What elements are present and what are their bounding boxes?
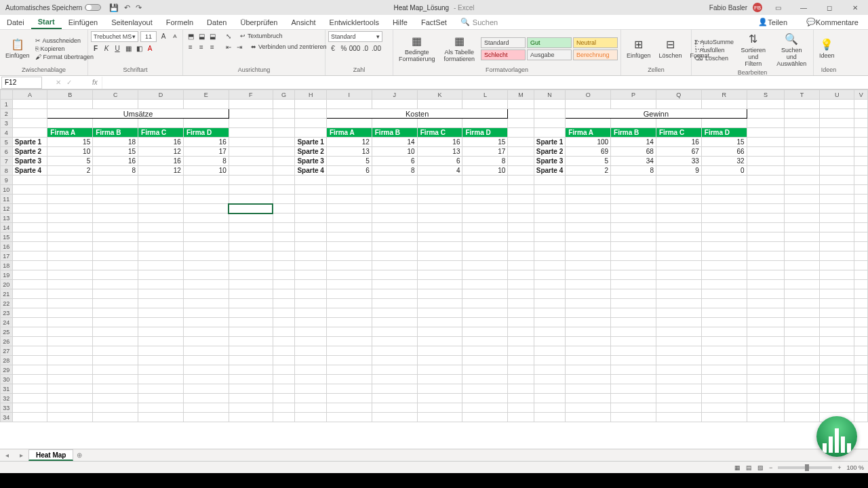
cell[interactable]: [566, 204, 611, 214]
style-gut[interactable]: Gut: [527, 37, 572, 48]
cell[interactable]: [508, 223, 534, 232]
underline-button[interactable]: U: [113, 43, 122, 53]
cell[interactable]: [785, 185, 820, 195]
col-header[interactable]: A: [12, 90, 47, 100]
cell[interactable]: [819, 289, 854, 299]
cell[interactable]: [372, 100, 417, 109]
cell[interactable]: [566, 185, 611, 195]
orientation-icon[interactable]: ⤡: [224, 31, 233, 41]
cell[interactable]: [508, 327, 534, 337]
cell[interactable]: [854, 166, 868, 176]
cell[interactable]: 5: [47, 157, 93, 166]
cell[interactable]: [566, 299, 611, 308]
cell[interactable]: [611, 251, 656, 261]
cell[interactable]: [138, 384, 184, 394]
undo-icon[interactable]: ↶: [124, 3, 130, 12]
cell[interactable]: [747, 176, 784, 185]
percent-icon[interactable]: %: [339, 43, 349, 53]
cell[interactable]: [566, 232, 611, 242]
cell[interactable]: [785, 270, 820, 280]
col-header[interactable]: S: [747, 90, 784, 100]
cell[interactable]: [747, 157, 784, 166]
cell[interactable]: [508, 138, 534, 147]
autosum-button[interactable]: Σ AutoSumme: [694, 38, 734, 46]
cell[interactable]: 69: [566, 147, 611, 157]
cell[interactable]: [93, 232, 138, 242]
cell[interactable]: [819, 109, 854, 119]
cell[interactable]: [47, 384, 93, 394]
cell[interactable]: 68: [611, 147, 656, 157]
cell[interactable]: [508, 289, 534, 299]
cell[interactable]: [508, 299, 534, 308]
cell[interactable]: [747, 119, 784, 128]
cell[interactable]: [462, 403, 508, 413]
cell[interactable]: [656, 289, 701, 299]
cell[interactable]: [819, 384, 854, 394]
cell[interactable]: [183, 299, 229, 308]
cell[interactable]: [138, 403, 184, 413]
cell[interactable]: [819, 166, 854, 176]
cell[interactable]: [566, 280, 611, 289]
cell[interactable]: [656, 403, 701, 413]
cell[interactable]: Sparte 1: [534, 138, 565, 147]
cell[interactable]: [326, 242, 372, 251]
cell[interactable]: [747, 403, 784, 413]
cell[interactable]: [273, 375, 295, 384]
merge-button[interactable]: ⬌ Verbinden und zentrieren: [251, 43, 327, 51]
cell[interactable]: [656, 214, 701, 223]
cell[interactable]: [819, 204, 854, 214]
cell[interactable]: [534, 242, 565, 251]
cell[interactable]: [93, 384, 138, 394]
cell[interactable]: [462, 270, 508, 280]
cell[interactable]: [656, 337, 701, 346]
cell[interactable]: [462, 214, 508, 223]
cell[interactable]: 5: [566, 157, 611, 166]
cell[interactable]: [138, 242, 184, 251]
cell[interactable]: [326, 394, 372, 403]
cell[interactable]: [701, 119, 747, 128]
cell[interactable]: [747, 327, 784, 337]
col-header[interactable]: N: [534, 90, 565, 100]
cell[interactable]: [566, 176, 611, 185]
cell[interactable]: 0: [701, 166, 747, 176]
cell[interactable]: [326, 403, 372, 413]
cell[interactable]: [508, 365, 534, 375]
cell[interactable]: [701, 394, 747, 403]
cell[interactable]: [326, 337, 372, 346]
cell[interactable]: [47, 299, 93, 308]
cell[interactable]: [93, 289, 138, 299]
cell[interactable]: [854, 176, 868, 185]
cell[interactable]: [462, 375, 508, 384]
cell[interactable]: 16: [183, 138, 229, 147]
cell[interactable]: [534, 119, 565, 128]
cell[interactable]: [47, 327, 93, 337]
cell[interactable]: [372, 232, 417, 242]
cell[interactable]: [295, 308, 326, 318]
cell[interactable]: [854, 147, 868, 157]
cell[interactable]: [372, 346, 417, 356]
zoom-level[interactable]: 100 %: [846, 464, 864, 471]
cell[interactable]: [273, 270, 295, 280]
cell[interactable]: [747, 289, 784, 299]
row-header[interactable]: 14: [1, 223, 13, 232]
cell[interactable]: [747, 308, 784, 318]
cell[interactable]: [819, 280, 854, 289]
cell[interactable]: [12, 185, 47, 195]
cell[interactable]: [854, 289, 868, 299]
cell[interactable]: [462, 289, 508, 299]
cell[interactable]: [611, 270, 656, 280]
cell[interactable]: [854, 403, 868, 413]
cell[interactable]: [183, 280, 229, 289]
cell[interactable]: [819, 176, 854, 185]
fx-icon[interactable]: fx: [92, 79, 98, 86]
cell[interactable]: [566, 337, 611, 346]
menu-tab-daten[interactable]: Daten: [200, 15, 233, 29]
cell[interactable]: [93, 100, 138, 109]
cell[interactable]: [819, 318, 854, 327]
cell[interactable]: Firma B: [611, 128, 656, 138]
cell[interactable]: [47, 413, 93, 422]
cell[interactable]: [417, 185, 462, 195]
cell[interactable]: [326, 176, 372, 185]
cell[interactable]: [295, 119, 326, 128]
cell[interactable]: [508, 356, 534, 365]
